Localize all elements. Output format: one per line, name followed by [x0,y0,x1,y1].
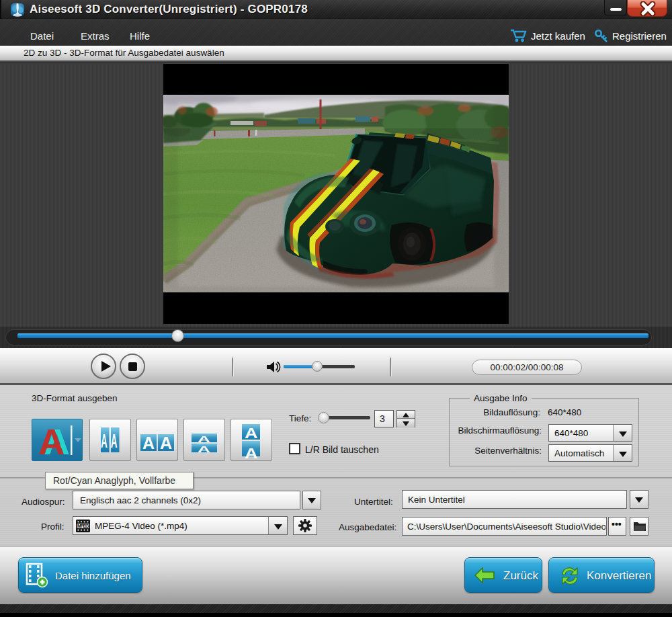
svg-text:A: A [198,445,210,454]
svg-text:A: A [198,435,210,444]
svg-text:MPEG: MPEG [77,524,89,528]
svg-text:A: A [245,446,257,460]
svg-text:A: A [245,425,257,442]
svg-text:A: A [142,434,155,452]
svg-text:A: A [38,421,65,460]
svg-text:A: A [111,429,118,452]
svg-text:A: A [160,434,172,452]
svg-text:A: A [101,429,108,452]
